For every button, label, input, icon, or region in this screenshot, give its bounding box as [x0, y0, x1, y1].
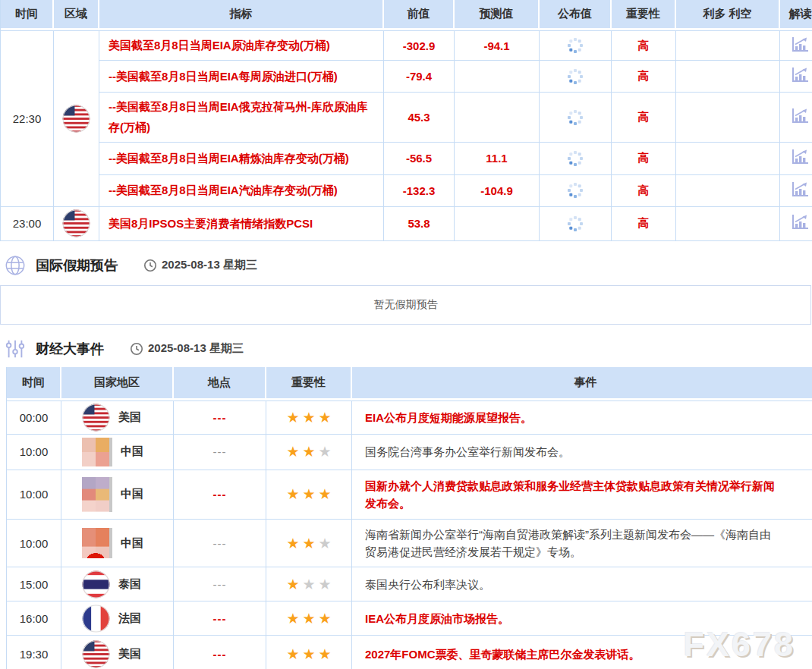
chart-analysis-icon[interactable]: [791, 181, 809, 198]
country-name: 中国: [121, 536, 143, 551]
importance-stars: ★★★: [266, 636, 352, 669]
cn-flag-pixelated-icon: [82, 528, 112, 558]
event-time: 19:30: [7, 636, 61, 669]
loading-spinner-icon: [574, 189, 577, 192]
forecast-value: [455, 61, 540, 93]
actual-value-cell: [540, 175, 612, 207]
col-indicator: 指标: [99, 0, 384, 30]
econ-row: --美国截至8月8日当周EIA精炼油库存变动(万桶) -56.5 11.1 高: [1, 143, 812, 175]
star-icon: ★: [319, 576, 332, 592]
event-text[interactable]: 国新办就个人消费贷款贴息政策和服务业经营主体贷款贴息政策有关情况举行新闻发布会。: [352, 470, 812, 520]
previous-value: -79.4: [384, 61, 455, 93]
previous-value: -132.3: [384, 175, 455, 207]
forecast-value: -94.1: [455, 30, 540, 61]
sliders-icon: [5, 338, 26, 360]
event-time: 00:00: [7, 400, 61, 435]
loading-spinner-icon: [574, 222, 577, 225]
event-row: 10:00 中国 --- ★★★ 国务院台湾事务办公室举行新闻发布会。: [7, 435, 812, 470]
event-text[interactable]: 海南省新闻办公室举行“海南自贸港政策解读”系列主题新闻发布会——《海南自由贸易港…: [352, 520, 812, 568]
star-icon: ★: [319, 536, 332, 551]
star-icon: ★: [286, 576, 299, 592]
importance-cell: 高: [612, 207, 676, 241]
country-name: 中国: [121, 487, 143, 501]
event-time: 10:00: [7, 470, 61, 520]
country-name: 美国: [118, 410, 141, 425]
indicator-link[interactable]: --美国截至8月8日当周EIA俄克拉荷马州-库欣原油库存(万桶): [109, 100, 368, 133]
chart-analysis-icon[interactable]: [791, 214, 809, 231]
indicator-link[interactable]: --美国截至8月8日当周EIA精炼油库存变动(万桶): [109, 152, 349, 165]
actual-value-cell: [540, 61, 612, 93]
holiday-empty-box: 暂无假期预告: [0, 285, 811, 325]
events-section-date: 2025-08-13 星期三: [130, 341, 244, 356]
location-cell: ---: [174, 400, 266, 435]
econ-indicators-table: 时间 区域 指标 前值 预测值 公布值 重要性 利多 利空 解读 22:30 美…: [0, 0, 812, 241]
importance-stars: ★★★: [266, 601, 352, 636]
star-icon: ★: [286, 646, 299, 662]
chart-analysis-icon[interactable]: [791, 36, 809, 53]
country-cell: 泰国: [61, 567, 174, 601]
interpret-cell: [780, 207, 812, 241]
region-cell: [54, 207, 99, 241]
indicator-cell: 美国8月IPSOS主要消费者情绪指数PCSI: [99, 207, 384, 241]
region-cell: [54, 30, 99, 207]
star-icon: ★: [319, 410, 332, 426]
chart-analysis-icon[interactable]: [791, 149, 809, 165]
econ-row: --美国截至8月8日当周EIA俄克拉荷马州-库欣原油库存(万桶) 45.3 高: [1, 93, 812, 143]
location-cell: ---: [174, 636, 266, 669]
us-flag-icon: [62, 209, 90, 237]
bull-bear-cell: [676, 30, 780, 61]
globe-icon: [5, 255, 26, 276]
events-table-header: 时间 国家地区 地点 重要性 事件: [7, 367, 812, 400]
importance-stars: ★★★: [266, 567, 352, 601]
country-cell: 法国: [61, 601, 174, 636]
location-cell: ---: [174, 601, 266, 636]
bull-bear-cell: [676, 143, 780, 175]
country-cell: 美国: [61, 636, 174, 669]
col-interpret: 解读: [780, 0, 812, 30]
indicator-link[interactable]: --美国截至8月8日当周EIA每周原油进口(万桶): [109, 70, 338, 83]
actual-value-cell: [540, 30, 612, 61]
econ-row: 22:30 美国截至8月8日当周EIA原油库存变动(万桶) -302.9 -94…: [1, 30, 812, 61]
us-flag-icon: [82, 404, 110, 432]
forecast-value: [455, 93, 540, 143]
holiday-section-date: 2025-08-13 星期三: [143, 258, 257, 272]
col-importance: 重要性: [612, 0, 676, 30]
event-text[interactable]: IEA公布月度原油市场报告。: [352, 601, 812, 636]
econ-row: 23:00 美国8月IPSOS主要消费者情绪指数PCSI 53.8 高: [1, 207, 812, 241]
indicator-link[interactable]: 美国8月IPSOS主要消费者情绪指数PCSI: [109, 217, 313, 230]
importance-cell: 高: [612, 175, 676, 207]
importance-stars: ★★★: [266, 520, 352, 568]
cn-flag-pixelated-icon: [82, 477, 112, 512]
event-text[interactable]: 泰国央行公布利率决议。: [352, 567, 812, 601]
star-icon: ★: [319, 646, 332, 662]
star-icon: ★: [302, 486, 315, 502]
indicator-link[interactable]: 美国截至8月8日当周EIA原油库存变动(万桶): [109, 39, 330, 52]
country-name: 中国: [121, 444, 143, 459]
us-flag-icon: [62, 105, 90, 133]
holiday-date-text: 2025-08-13 星期三: [162, 258, 257, 272]
event-text[interactable]: 国务院台湾事务办公室举行新闻发布会。: [352, 435, 812, 470]
event-text[interactable]: EIA公布月度短期能源展望报告。: [352, 400, 812, 435]
country-name: 泰国: [118, 577, 141, 592]
event-text[interactable]: 2027年FOMC票委、里奇蒙联储主席巴尔金发表讲话。: [352, 636, 812, 669]
location-cell: ---: [174, 567, 266, 601]
event-time: 10:00: [7, 520, 61, 568]
event-row: 19:30 美国 --- ★★★ 2027年FOMC票委、里奇蒙联储主席巴尔金发…: [7, 636, 812, 669]
star-icon: ★: [302, 444, 315, 460]
chart-analysis-icon[interactable]: [791, 67, 809, 83]
previous-value: -302.9: [384, 30, 455, 61]
star-icon: ★: [286, 536, 299, 551]
col-event: 事件: [352, 367, 812, 400]
loading-spinner-icon: [574, 157, 577, 160]
events-section-header: 财经大事件 2025-08-13 星期三: [5, 337, 812, 361]
indicator-cell: --美国截至8月8日当周EIA每周原油进口(万桶): [99, 61, 384, 93]
th-flag-icon: [82, 570, 110, 598]
indicator-link[interactable]: --美国截至8月8日当周EIA汽油库存变动(万桶): [109, 184, 338, 196]
country-cell: 中国: [61, 520, 174, 568]
chart-analysis-icon[interactable]: [791, 108, 809, 124]
event-row: 10:00 中国 --- ★★★ 海南省新闻办公室举行“海南自贸港政策解读”系列…: [7, 520, 812, 568]
star-icon: ★: [319, 444, 332, 460]
star-icon: ★: [302, 410, 315, 426]
econ-table-header: 时间 区域 指标 前值 预测值 公布值 重要性 利多 利空 解读: [1, 0, 812, 30]
actual-value-cell: [540, 93, 612, 143]
